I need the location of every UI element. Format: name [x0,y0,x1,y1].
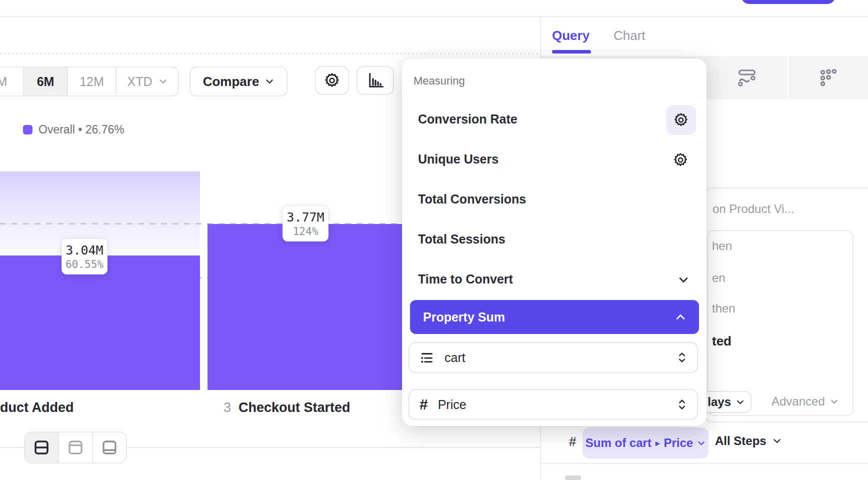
window-label-fragment: lays [708,395,731,409]
tooltip-value: 3.04M [62,243,107,258]
updown-icon [677,352,687,364]
range-button-m[interactable]: M [0,66,23,96]
chevron-down-icon [736,398,744,406]
card-title-fragment: on Product Vi... [712,202,794,216]
all-steps-button[interactable]: All Steps [715,434,782,448]
histogram-icon [366,72,384,90]
bar-tooltip-2: 3.77M 124% [282,206,328,242]
legend[interactable]: Overall • 26.76% [23,123,124,136]
menu-item-total-conversions[interactable]: Total Conversions [418,192,628,206]
menu-item-total-sessions[interactable]: Total Sessions [418,232,628,246]
app-root: M 6M 12M XTD Compare Overall • 26.76% [0,0,868,480]
active-tab-underline [552,50,591,54]
flow-view-button[interactable] [738,68,756,86]
property-select-value: cart [444,350,466,365]
range-m-label: M [0,74,7,89]
legend-label: Overall • 26.76% [38,123,124,136]
list-icon [420,350,434,365]
step-fragment-1: hen [712,239,732,253]
query-steps-box [707,230,854,416]
property-sum-label: Property Sum [423,310,505,324]
flow-icon [738,68,756,86]
funnel-bar-checkout-started[interactable] [208,224,405,390]
gear-icon [673,112,689,128]
gear-icon [672,152,688,168]
more-views-button[interactable] [819,68,838,88]
menu-item-property-sum[interactable]: Property Sum [410,300,699,334]
chevron-down-icon [772,436,782,446]
updown-icon [677,398,687,410]
menu-item-time-to-convert[interactable]: Time to Convert [418,272,628,286]
split-rows-layout-icon [32,438,50,456]
gear-icon [324,72,340,89]
range-button-xtd[interactable]: XTD [116,66,179,96]
step-fragment-4: ted [712,334,732,349]
footer-divider [541,463,868,464]
step-label-product-added: duct Added [0,400,74,416]
conversion-window-button[interactable]: lays [700,391,752,413]
header-top-layout-icon [66,438,84,456]
step-fragment-3: then [712,302,736,316]
compare-label: Compare [203,74,260,90]
tooltip-percent: 60.55% [62,258,107,270]
metric-chip-property: Price [664,436,693,450]
legend-swatch [23,125,32,134]
primary-button[interactable] [742,0,835,4]
step-label-checkout-started: Checkout Started [238,400,350,416]
hash-icon: # [420,396,428,413]
chevron-up-icon [675,312,686,322]
all-steps-label: All Steps [715,434,766,448]
layout-toggle-header[interactable] [59,432,92,462]
unique-users-settings-button[interactable] [672,152,688,168]
chevron-down-icon [830,398,838,406]
step-fragment-2: en [712,271,726,285]
menu-item-conversion-rate[interactable]: Conversion Rate [418,112,628,126]
advanced-button[interactable]: Advanced [772,394,838,408]
bar-tooltip-1: 3.04M 60.55% [62,238,108,274]
range-button-6m[interactable]: 6M [23,66,67,96]
tab-chart[interactable]: Chart [614,28,646,44]
layout-toggle-split[interactable] [25,432,58,462]
scroll-fragment [565,476,581,480]
subproperty-select-value: Price [438,398,466,412]
property-select[interactable]: cart [408,342,698,373]
header-divider [0,16,868,17]
chart-type-button[interactable] [356,66,394,95]
layout-toggle-group [24,432,127,464]
funnel-bar-product-added[interactable] [0,256,200,390]
chevron-down-icon [697,439,706,448]
hash-icon: # [569,434,576,450]
range-xtd-label: XTD [128,74,152,89]
metric-chip[interactable]: Sum of cart ▸ Price [582,428,708,458]
range-6m-label: 6M [37,74,54,89]
measuring-title: Measuring [414,74,465,88]
chevron-down-icon [265,77,274,86]
conversion-rate-settings-button[interactable] [666,105,696,135]
caret-right-icon: ▸ [656,438,660,448]
dots-grid-icon [819,68,838,88]
chevron-down-icon [158,77,168,86]
compare-button[interactable]: Compare [190,66,288,96]
step-number: 3 [224,400,231,416]
tab-query[interactable]: Query [552,28,590,44]
tooltip-value: 3.77M [283,210,328,224]
chevron-down-icon[interactable] [678,274,689,286]
advanced-label: Advanced [772,394,825,408]
toolbar-cell-divider [787,56,788,99]
chart-card-top-border [0,53,540,54]
menu-item-unique-users[interactable]: Unique Users [418,152,628,166]
layout-toggle-footer[interactable] [93,432,126,462]
tooltip-percent: 124% [283,226,328,238]
chart-settings-button[interactable] [315,66,349,95]
range-12m-label: 12M [80,74,104,89]
range-button-12m[interactable]: 12M [67,66,116,96]
footer-bottom-layout-icon [100,438,118,456]
metric-chip-text: Sum of cart [586,436,652,450]
subproperty-select[interactable]: # Price [408,389,698,420]
